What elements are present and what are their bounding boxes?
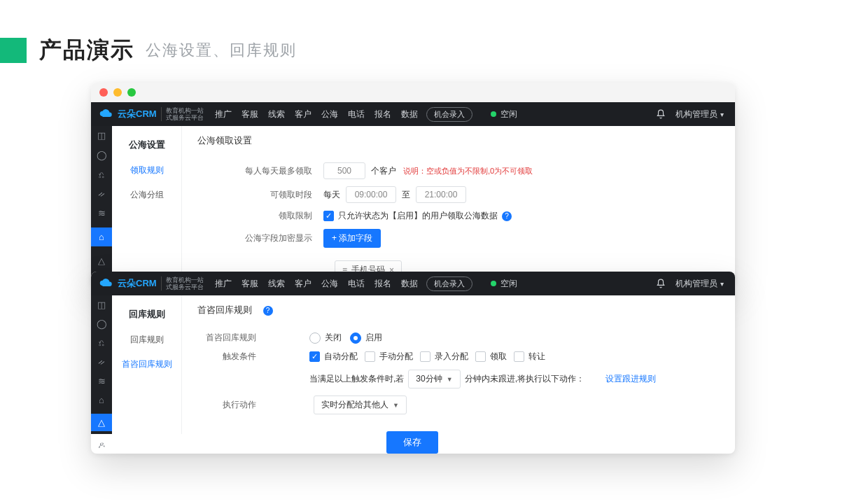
cb-entry-assign[interactable] [420,351,430,362]
sidebar-title: 公海设置 [112,134,181,158]
brand-name: 云朵CRM [118,108,157,120]
link-followup-rule[interactable]: 设置跟进规则 [606,373,656,385]
radio-off-label: 关闭 [325,332,342,344]
topnav: 推广 客服 线索 客户 公海 电话 报名 数据 [215,108,418,120]
rail-shield-icon[interactable]: ◯ [96,150,107,161]
content-title: 公海领取设置 [197,134,720,155]
status-dot-icon [491,281,496,286]
sidebar: 公海设置 领取规则 公海分组 [112,126,182,286]
nav-pill-entry[interactable]: 机会录入 [426,107,472,122]
help-icon[interactable]: ? [263,306,273,316]
rail-recycle-icon[interactable]: △ [96,255,107,266]
time-to-word: 至 [402,189,410,201]
content-title: 首咨回库规则 ? [197,304,720,325]
user-menu[interactable]: 机构管理员▾ [676,108,724,120]
save-button[interactable]: 保存 [386,431,438,454]
nav-item[interactable]: 推广 [215,108,232,120]
nav-item[interactable]: 公海 [321,108,338,120]
brand: 云朵CRM 教育机构一站式服务云平台 [91,276,211,290]
nav-item[interactable]: 数据 [401,108,418,120]
cb-transfer[interactable] [514,351,524,362]
rail-user-icon[interactable]: ᨀ [96,356,107,368]
nav-pill-entry[interactable]: 机会录入 [426,276,472,291]
content-area: 首咨回库规则 ? 首咨回库规则 关闭 启用 触发条件 ✓自动分配 手动分配 [182,295,735,434]
radio-on[interactable] [350,332,361,344]
rail-recycle-icon[interactable]: △ [91,414,112,431]
input-daily-limit[interactable]: 500 [323,162,365,179]
topnav: 推广 客服 线索 客户 公海 电话 报名 数据 [215,278,418,290]
input-time-to[interactable]: 21:00:00 [416,186,466,203]
rail-dashboard-icon[interactable]: ◫ [96,300,107,310]
checkbox-enabled-only[interactable]: ✓ [323,211,334,221]
topbar: 云朵CRM 教育机构一站式服务云平台 推广 客服 线索 客户 公海 电话 报名 … [91,102,735,126]
status-text[interactable]: 空闲 [500,108,517,120]
bell-icon[interactable] [656,279,666,288]
time-every: 每天 [323,189,340,201]
cb-auto-assign[interactable]: ✓ [309,351,320,362]
nav-item[interactable]: 电话 [348,108,365,120]
cb-label: 转让 [528,351,545,363]
nav-item[interactable]: 公海 [321,278,338,290]
checkbox-label-enabled-only: 只允许状态为【启用】的用户领取公海数据 [338,210,498,222]
slide-title: 产品演示 [39,35,134,66]
nav-item[interactable]: 线索 [268,108,285,120]
rail-dashboard-icon[interactable]: ◫ [96,130,107,141]
brand-sub: 教育机构一站式服务云平台 [161,276,204,290]
rail-chart-icon[interactable]: ⎌ [96,337,107,348]
select-minutes[interactable]: 30分钟▼ [408,370,460,388]
radio-off[interactable] [309,332,321,344]
rail-sea-icon[interactable]: ⌂ [91,227,112,247]
bell-icon[interactable] [656,109,666,119]
cb-label: 自动分配 [324,351,358,363]
label-trigger: 触发条件 [197,351,267,363]
traffic-light-max[interactable] [127,88,136,97]
left-rail: ◫ ◯ ⎌ ᨀ ≋ ⌂ △ ዶ [91,126,112,286]
chevron-down-icon: ▼ [393,402,399,409]
nav-item[interactable]: 推广 [215,278,232,290]
label-mask-fields: 公海字段加密显示 [197,232,323,244]
nav-item[interactable]: 线索 [268,278,285,290]
rail-stack-icon[interactable]: ≋ [96,208,107,219]
window-return-rule: 云朵CRM 教育机构一站式服务云平台 推广 客服 线索 客户 公海 电话 报名 … [91,272,735,454]
sidebar-item-group[interactable]: 公海分组 [112,183,181,207]
help-icon[interactable]: ? [502,211,512,221]
brand: 云朵CRM 教育机构一站式服务云平台 [91,107,211,121]
traffic-light-close[interactable] [99,88,108,97]
logo-icon [98,108,113,120]
window-titlebar [91,83,735,102]
rail-chart-icon[interactable]: ⎌ [96,169,107,180]
sidebar-item-first-contact-rule[interactable]: 首咨回库规则 [112,352,181,377]
cb-manual-assign[interactable] [365,351,375,362]
add-field-button[interactable]: + 添加字段 [323,229,381,248]
traffic-light-min[interactable] [113,88,122,97]
user-menu[interactable]: 机构管理员▾ [676,278,724,290]
radio-on-label: 启用 [365,332,382,344]
rail-stack-icon[interactable]: ≋ [96,376,107,386]
cb-claim[interactable] [475,351,486,362]
nav-item[interactable]: 客户 [295,278,312,290]
nav-item[interactable]: 客户 [295,108,312,120]
note-daily: 说明：空或负值为不限制,0为不可领取 [403,166,533,176]
left-rail: ◫ ◯ ⎌ ᨀ ≋ ⌂ △ ዶ [91,295,112,434]
cb-label: 领取 [490,351,507,363]
input-time-from[interactable]: 09:00:00 [346,186,396,203]
nav-item[interactable]: 报名 [374,108,391,120]
rail-user-icon[interactable]: ᨀ [96,188,107,200]
nav-item[interactable]: 电话 [348,278,365,290]
accent-bar [0,38,27,63]
unit-daily: 个客户 [371,165,396,177]
nav-item[interactable]: 报名 [374,278,391,290]
label-claim-limit: 领取限制 [197,210,323,222]
rail-sea-icon[interactable]: ⌂ [96,395,107,405]
nav-item[interactable]: 客服 [241,108,258,120]
select-action[interactable]: 实时分配给其他人▼ [314,396,407,414]
nav-item[interactable]: 客服 [241,278,258,290]
rail-shield-icon[interactable]: ◯ [96,318,107,329]
nav-item[interactable]: 数据 [401,278,418,290]
rail-person-icon[interactable]: ዶ [96,440,107,451]
sidebar-item-return-rule[interactable]: 回库规则 [112,328,181,352]
label-action: 执行动作 [197,399,267,411]
sidebar-item-claim-rule[interactable]: 领取规则 [112,158,181,183]
status-text[interactable]: 空闲 [500,278,517,290]
slide-subtitle: 公海设置、回库规则 [146,40,297,61]
